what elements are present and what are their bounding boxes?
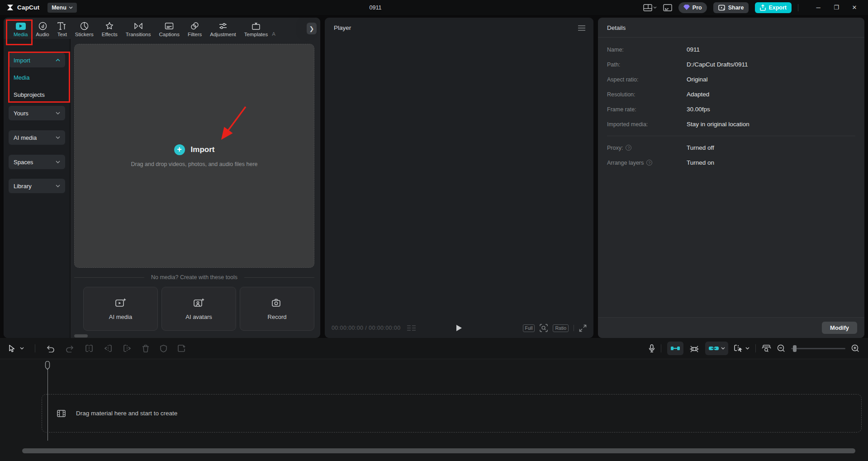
delete-button[interactable] bbox=[142, 345, 149, 352]
zoom-slider-handle[interactable] bbox=[793, 345, 797, 352]
layout-panels-icon bbox=[643, 4, 652, 11]
ratio-button[interactable]: Ratio bbox=[553, 324, 569, 332]
extract-audio-icon bbox=[178, 345, 186, 352]
tool-card-label: Record bbox=[268, 314, 287, 320]
tab-transitions[interactable]: Transitions bbox=[122, 22, 155, 37]
tab-label: Captions bbox=[159, 32, 180, 37]
redo-icon bbox=[66, 345, 74, 352]
tab-label: Templates bbox=[244, 32, 268, 37]
pro-label: Pro bbox=[693, 5, 702, 11]
timeline-area: Drag material here and start to create bbox=[0, 359, 868, 461]
timeline-dropzone[interactable]: Drag material here and start to create bbox=[42, 394, 862, 432]
captions-tab-icon bbox=[165, 22, 174, 30]
zoom-in-button[interactable] bbox=[851, 344, 859, 352]
share-icon bbox=[718, 5, 726, 11]
detail-row-resolution: Resolution: Adapted bbox=[607, 87, 855, 102]
detail-row-name: Name: 0911 bbox=[607, 42, 855, 57]
help-icon[interactable]: ? bbox=[626, 145, 631, 151]
delete-right-button[interactable] bbox=[123, 345, 131, 352]
fullscreen-expand-button[interactable] bbox=[579, 324, 587, 332]
content-scrollbar-stub[interactable] bbox=[74, 334, 88, 337]
tab-label: Stickers bbox=[75, 32, 94, 37]
ai-media-card[interactable]: AI media bbox=[83, 287, 158, 331]
pro-gem-icon bbox=[683, 5, 690, 10]
sidebar-import-label: Import bbox=[14, 57, 30, 64]
filters-tab-icon bbox=[190, 22, 199, 30]
record-card[interactable]: Record bbox=[240, 287, 314, 331]
tab-filters[interactable]: Filters bbox=[184, 22, 206, 37]
preview-render-button[interactable] bbox=[762, 345, 771, 352]
chevron-down-icon bbox=[56, 161, 60, 163]
tab-media[interactable]: Media bbox=[9, 22, 32, 37]
sidebar-item-label: Media bbox=[14, 74, 29, 81]
auto-snap-toggle[interactable] bbox=[667, 342, 683, 355]
import-drop-hint: Drag and drop videos, photos, and audio … bbox=[131, 161, 257, 167]
zoom-focus-icon bbox=[540, 324, 548, 332]
details-section-divider bbox=[607, 136, 855, 136]
cursor-icon bbox=[9, 345, 15, 352]
undo-button[interactable] bbox=[46, 345, 55, 352]
tab-audio[interactable]: Audio bbox=[32, 22, 53, 37]
sidebar-section-ai-media[interactable]: AI media bbox=[9, 130, 65, 145]
export-button[interactable]: Export bbox=[755, 2, 792, 13]
delete-left-button[interactable] bbox=[104, 345, 112, 352]
detail-row-aspect-ratio: Aspect ratio: Original bbox=[607, 72, 855, 87]
sidebar-section-library[interactable]: Library bbox=[9, 179, 65, 193]
split-button[interactable] bbox=[85, 345, 93, 352]
play-button[interactable] bbox=[456, 324, 462, 332]
main-track-magnet-button[interactable] bbox=[689, 345, 699, 352]
import-dropzone[interactable]: + Import Drag and drop videos, photos, a… bbox=[74, 44, 314, 268]
tool-card-label: AI media bbox=[109, 314, 132, 320]
zoom-out-button[interactable] bbox=[777, 344, 785, 352]
tab-label: Transitions bbox=[126, 32, 151, 37]
sidebar-section-spaces[interactable]: Spaces bbox=[9, 155, 65, 169]
adjustment-tab-icon bbox=[218, 22, 228, 30]
share-label: Share bbox=[728, 5, 744, 11]
tab-text[interactable]: Text bbox=[53, 22, 71, 37]
preview-render-icon bbox=[762, 345, 771, 352]
preview-axis-button[interactable] bbox=[734, 345, 749, 352]
text-tab-icon bbox=[57, 22, 66, 30]
preview-axis-icon bbox=[734, 345, 743, 352]
sidebar-section-yours[interactable]: Yours bbox=[9, 106, 65, 120]
modify-button[interactable]: Modify bbox=[822, 322, 857, 334]
tab-partial[interactable]: A bbox=[272, 31, 278, 37]
minimize-button[interactable]: ─ bbox=[809, 1, 827, 14]
toolbar-divider bbox=[755, 344, 756, 352]
zoom-focus-button[interactable] bbox=[540, 324, 548, 332]
record-icon bbox=[271, 298, 283, 309]
menu-button[interactable]: Menu bbox=[47, 3, 77, 13]
tab-templates[interactable]: Templates bbox=[240, 22, 272, 37]
ai-avatars-card[interactable]: AI avatars bbox=[161, 287, 236, 331]
mask-button[interactable] bbox=[160, 345, 167, 352]
timeline-horizontal-scrollbar[interactable] bbox=[22, 448, 855, 453]
redo-button[interactable] bbox=[66, 345, 74, 352]
voiceover-button[interactable] bbox=[649, 344, 655, 352]
tab-stickers[interactable]: Stickers bbox=[71, 22, 98, 37]
magnet-icon bbox=[689, 345, 699, 352]
link-clips-toggle[interactable] bbox=[705, 342, 728, 355]
help-icon[interactable]: ? bbox=[646, 160, 652, 166]
player-menu-button[interactable] bbox=[578, 25, 585, 31]
tab-adjustment[interactable]: Adjustment bbox=[206, 22, 240, 37]
workspace: Media Audio Text Stickers Effects Transi… bbox=[4, 18, 864, 338]
tab-effects[interactable]: Effects bbox=[98, 22, 122, 37]
expand-tabs-button[interactable]: ❯ bbox=[307, 23, 317, 34]
sidebar-item-media[interactable]: Media bbox=[9, 72, 65, 83]
details-footer: Modify bbox=[598, 317, 864, 338]
select-tool-button[interactable] bbox=[9, 345, 24, 352]
share-button[interactable]: Share bbox=[713, 2, 749, 13]
maximize-button[interactable]: ❐ bbox=[827, 1, 845, 14]
close-button[interactable]: ✕ bbox=[845, 1, 863, 14]
sidebar-item-subprojects[interactable]: Subprojects bbox=[9, 89, 65, 100]
no-media-divider: No media? Create with these tools bbox=[74, 274, 314, 280]
timeline-zoom-slider[interactable] bbox=[791, 348, 845, 349]
extract-audio-button[interactable] bbox=[178, 345, 186, 352]
full-screen-toggle[interactable]: Full bbox=[523, 324, 535, 332]
bottom-panel-button[interactable] bbox=[663, 4, 672, 11]
tab-captions[interactable]: Captions bbox=[155, 22, 184, 37]
sidebar-import-header[interactable]: Import bbox=[9, 53, 65, 67]
layout-panels-button[interactable] bbox=[643, 4, 657, 11]
sidebar-item-label: Subprojects bbox=[14, 91, 45, 98]
pro-button[interactable]: Pro bbox=[678, 2, 707, 13]
